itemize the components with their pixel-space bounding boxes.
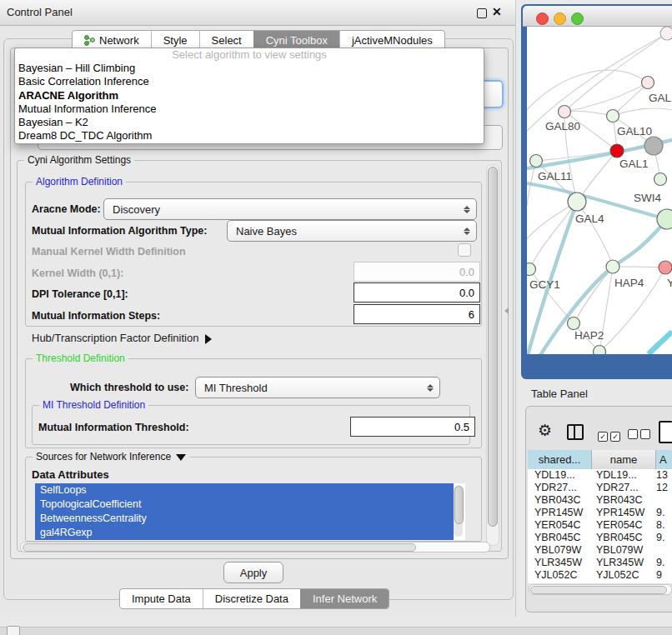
tab-impute-data[interactable]: Impute Data (120, 589, 203, 608)
apply-button[interactable]: Apply (223, 562, 283, 583)
tab-discretize-data[interactable]: Discretize Data (203, 589, 300, 608)
node-swi4[interactable] (654, 173, 667, 186)
table-hscrollbar[interactable] (529, 584, 672, 595)
dpi-tolerance-field[interactable]: 0.0 (354, 282, 480, 302)
table-row[interactable]: YBR045CYBR045C9. (528, 532, 672, 544)
mi-threshold-field[interactable]: 0.5 (350, 417, 475, 437)
network-window-titlebar[interactable] (523, 6, 672, 27)
table-row[interactable]: YER054CYER054C8. (528, 519, 672, 532)
control-panel-window: Control Panel ✕ Network Style Select Cyn… (0, 0, 516, 617)
node-gray[interactable] (644, 137, 663, 155)
node-label: HAP4 (614, 277, 644, 289)
node-gal1[interactable] (610, 144, 624, 158)
node-salmon[interactable] (659, 261, 672, 274)
node-gcy1[interactable] (527, 263, 536, 276)
node-gal80[interactable] (559, 106, 571, 118)
node-swi4-target[interactable] (657, 209, 672, 229)
node-hap2[interactable] (568, 318, 580, 330)
node-hap4[interactable] (606, 260, 619, 273)
expanded-arrow-icon (176, 454, 186, 461)
node-label: GAL80 (545, 120, 580, 132)
node-gal-partial[interactable] (642, 77, 654, 89)
settings-scrollbar-thumb[interactable] (488, 167, 498, 527)
close-panel-icon[interactable]: ✕ (492, 5, 502, 18)
which-threshold-combo[interactable]: MI Threshold (195, 377, 440, 398)
table-row[interactable]: YLR345WYLR345W9. (528, 557, 672, 569)
node-gal10[interactable] (607, 110, 619, 122)
table-panel-title: Table Panel (531, 388, 588, 400)
list-item[interactable]: TopologicalCoefficient (35, 498, 454, 512)
table-hscrollbar-thumb[interactable] (530, 586, 667, 594)
tab-network-label: Network (99, 34, 139, 47)
combo-stepper-icon (424, 384, 436, 392)
tab-infer-network[interactable]: Infer Network (300, 589, 389, 608)
manual-kernel-checkbox[interactable] (458, 243, 471, 257)
column-header-shared-name[interactable]: shared... (528, 450, 592, 469)
checked-columns-icon[interactable]: ✓✓ (598, 428, 623, 442)
mi-steps-field[interactable]: 6 (354, 304, 480, 324)
algorithm-option[interactable]: Dream8 DC_TDC Algorithm (15, 129, 484, 142)
mac-zoom-icon[interactable] (571, 12, 584, 25)
settings-scrollbar[interactable] (486, 164, 499, 546)
sources-legend[interactable]: Sources for Network Inference (33, 451, 189, 462)
mi-type-combo[interactable]: Naive Bayes (227, 220, 477, 242)
network-nodes (527, 27, 672, 354)
aracne-mode-combo[interactable]: Discovery (103, 198, 477, 220)
network-tab-icon (84, 35, 95, 46)
list-item[interactable]: gal4RGexp (35, 526, 454, 540)
mac-close-icon[interactable] (536, 12, 549, 25)
list-item[interactable]: BetweennessCentrality (35, 512, 454, 526)
columns-icon[interactable] (567, 424, 584, 440)
table-row[interactable]: YDL19...YDL19...13 (528, 469, 672, 482)
unchecked-columns-icon[interactable] (628, 428, 653, 442)
screen: Control Panel ✕ Network Style Select Cyn… (0, 0, 672, 635)
node-label: GAL (649, 92, 672, 104)
node-bottom-partial[interactable] (594, 346, 606, 355)
combo-stepper-icon (461, 228, 473, 235)
document-icon[interactable] (659, 421, 672, 443)
data-attributes-label: Data Attributes (32, 468, 109, 481)
node-label: SWI4 (634, 192, 661, 204)
collapsed-panel-handle[interactable] (7, 626, 20, 635)
mi-steps-label: Mutual Information Steps: (32, 310, 160, 322)
node-gal11[interactable] (530, 155, 543, 168)
list-hscrollbar-thumb[interactable] (23, 543, 416, 552)
kernel-width-field[interactable]: 0.0 (354, 262, 480, 282)
mi-threshold-label: Mutual Information Threshold: (38, 422, 189, 433)
table-row[interactable]: YPR145WYPR145W9. (528, 507, 672, 519)
mac-minimize-icon[interactable] (554, 12, 566, 25)
hub-definition-toggle[interactable]: Hub/Transcription Factor Definition (32, 332, 212, 344)
table-row[interactable]: YDR27...YDR27...12 (528, 482, 672, 494)
algorithm-option-selected[interactable]: ARACNE Algorithm (15, 89, 484, 102)
column-header-partial[interactable]: A (656, 450, 672, 469)
float-window-icon[interactable] (477, 8, 487, 18)
node-label: GAL1 (619, 158, 649, 170)
node-label: GCY1 (529, 278, 560, 291)
mi-type-label: Mutual Information Algorithm Type: (32, 225, 207, 237)
algorithm-option[interactable]: Bayesian – K2 (15, 116, 484, 129)
dropdown-placeholder: Select algorithm to view settings (15, 48, 484, 62)
aracne-mode-label: Aracne Mode: (32, 203, 101, 215)
algorithm-option[interactable]: Mutual Information Inference (15, 102, 484, 116)
column-header-name[interactable]: name (592, 450, 656, 469)
splitter-grip-icon[interactable] (504, 308, 509, 314)
gear-icon[interactable]: ⚙ (538, 421, 552, 440)
node-gal4[interactable] (568, 192, 586, 211)
node-label: Y (667, 277, 672, 289)
list-item[interactable]: SelfLoops (35, 483, 454, 498)
mi-threshold-legend: MI Threshold Definition (39, 399, 148, 411)
node-top-partial[interactable] (660, 27, 672, 40)
table-row[interactable]: YBR043CYBR043C (528, 494, 672, 507)
algorithm-option[interactable]: Bayesian – Hill Climbing (15, 62, 484, 75)
network-canvas[interactable]: GAL GAL80 GAL10 GAL1 GAL11 SWI4 GAL4 GCY… (527, 27, 672, 354)
list-scrollbar[interactable] (454, 485, 463, 537)
list-scrollbar-thumb[interactable] (454, 486, 464, 524)
table-row[interactable]: YBL079WYBL079W (528, 544, 672, 557)
list-hscrollbar[interactable] (20, 542, 490, 552)
threshold-definition-legend: Threshold Definition (33, 352, 128, 364)
algorithm-option[interactable]: Basic Correlation Inference (15, 75, 484, 88)
table-row[interactable]: YJL052CYJL052C9 (528, 569, 672, 580)
kernel-width-label: Kernel Width (0,1): (32, 268, 123, 279)
algorithm-definition-legend: Algorithm Definition (33, 176, 126, 188)
dpi-tolerance-label: DPI Tolerance [0,1]: (32, 288, 128, 300)
